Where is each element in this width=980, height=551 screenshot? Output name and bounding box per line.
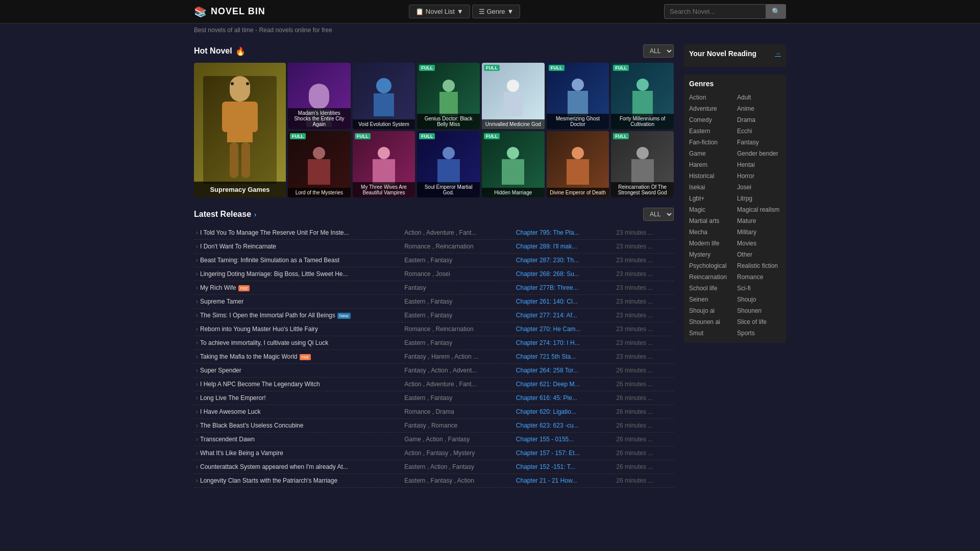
genre-item[interactable]: Mystery [689,250,733,259]
novel-title[interactable]: ›Long Live The Emperor! [194,391,402,405]
novel-title[interactable]: ›I Told You To Manage The Reserve Unit F… [194,226,402,240]
genre-item[interactable]: Mature [737,216,781,226]
genre-item[interactable]: Fantasy [737,138,781,147]
genre-item[interactable]: Josei [737,183,781,192]
novel-title[interactable]: ›Super Spender [194,364,402,378]
chapter-link[interactable]: Chapter 289: I'll mak... [514,240,614,254]
genre-item[interactable]: Shounen ai [689,317,733,327]
genre-item[interactable]: Psychological [689,261,733,270]
hot-novel-item[interactable]: FULL Genius Doctor: Black Belly Miss [417,63,480,129]
hot-novel-item[interactable]: FULL My Three Wives Are Beautiful Vampir… [353,131,415,197]
genre-item[interactable]: Adult [737,93,781,102]
novel-title[interactable]: ›Taking the Mafia to the Magic WorldHot [194,350,402,364]
chapter-link[interactable]: Chapter 274: 170: I H... [514,336,614,350]
genre-item[interactable]: Slice of life [737,317,781,327]
chapter-link[interactable]: Chapter 277: 214: Af... [514,309,614,322]
chapter-link[interactable]: Chapter 157 - 157: Et... [514,446,614,460]
hot-novel-item[interactable]: FULL Reincarnation Of The Strongest Swor… [611,131,674,197]
hot-novel-filter[interactable]: ALL [643,44,674,58]
genre-item[interactable]: Seinen [689,295,733,304]
novel-title[interactable]: ›Lingering Doting Marriage: Big Boss, Li… [194,267,402,281]
genre-item[interactable]: Martial arts [689,216,733,226]
genre-item[interactable]: Mecha [689,228,733,237]
genre-item[interactable]: Fan-fiction [689,138,733,147]
genre-item[interactable]: Shounen [737,306,781,315]
genre-item[interactable]: Movies [737,239,781,248]
novel-title[interactable]: ›Reborn into Young Master Huo's Little F… [194,322,402,336]
genre-item[interactable]: Realistic fiction [737,261,781,270]
novel-title[interactable]: ›The Sims: I Open the Immortal Path for … [194,309,402,322]
chapter-link[interactable]: Chapter 270: He Cam... [514,322,614,336]
hot-novel-item[interactable]: FULL Lord of the Mysteries [288,131,351,197]
genre-button[interactable]: ☰ Genre ▼ [472,5,521,18]
hot-novel-item[interactable]: FULL Unrivalled Medicine God [482,63,545,129]
novel-title[interactable]: ›I Don't Want To Reincarnate [194,240,402,254]
chapter-link[interactable]: Chapter 277B: Three... [514,281,614,295]
genre-item[interactable]: Other [737,250,781,259]
chapter-link[interactable]: Chapter 621: Deep M... [514,378,614,391]
novel-title[interactable]: ›I Have Awesome Luck [194,405,402,419]
hot-novel-item[interactable]: FULL Forty Millenniums of Cultivation [611,63,674,129]
genre-item[interactable]: Game [689,149,733,158]
chapter-link[interactable]: Chapter 623: 623 -cu... [514,419,614,433]
genre-item[interactable]: Eastern [689,127,733,136]
genre-item[interactable]: Anime [737,104,781,113]
genre-item[interactable]: Action [689,93,733,102]
chapter-link[interactable]: Chapter 261: 140: Cl... [514,295,614,309]
novel-list-button[interactable]: 📋 Novel List ▼ [409,5,470,18]
novel-title[interactable]: ›Transcendent Dawn [194,433,402,446]
chapter-link[interactable]: Chapter 616: 45: Ple... [514,391,614,405]
genre-item[interactable]: Romance [737,272,781,282]
genre-item[interactable]: Adventure [689,104,733,113]
genre-item[interactable]: Magical realism [737,205,781,214]
chapter-link[interactable]: Chapter 21 - 21 How... [514,474,614,488]
genre-item[interactable]: Gender bender [737,149,781,158]
chapter-link[interactable]: Chapter 721 5th Sta... [514,350,614,364]
latest-release-filter[interactable]: ALL [643,208,674,221]
hot-novel-item[interactable]: Madam's Identities Shocks the Entire Cit… [288,63,351,129]
hot-novel-item[interactable]: Void Evolution System [353,63,415,129]
genre-item[interactable]: Litrpg [737,194,781,203]
chapter-link[interactable]: Chapter 795: The Pla... [514,226,614,240]
genre-item[interactable]: Harem [689,160,733,169]
hot-novel-item[interactable]: FULL Hidden Marriage [482,131,545,197]
genre-item[interactable]: Sports [737,329,781,338]
chapter-link[interactable]: Chapter 268: 268: Su... [514,267,614,281]
genre-item[interactable]: Horror [737,171,781,181]
genre-item[interactable]: Reincarnation [689,272,733,282]
chapter-link[interactable]: Chapter 152 -151: T... [514,460,614,474]
genre-item[interactable]: Drama [737,115,781,124]
genre-item[interactable]: Magic [689,205,733,214]
novel-title[interactable]: ›Supreme Tamer [194,295,402,309]
chapter-link[interactable]: Chapter 264: 258 Tor... [514,364,614,378]
genre-item[interactable]: Shoujo ai [689,306,733,315]
hot-novel-item[interactable]: FULL Soul Emperor Martial God. [417,131,480,197]
genre-item[interactable]: School life [689,284,733,293]
genre-item[interactable]: Isekai [689,183,733,192]
novel-title[interactable]: ›Counterattack System appeared when I'm … [194,460,402,474]
novel-title[interactable]: ›The Black Beast's Useless Concubine [194,419,402,433]
novel-title[interactable]: ›I Help A NPC Become The Legendary Witch [194,378,402,391]
genre-item[interactable]: Ecchi [737,127,781,136]
genre-item[interactable]: Hentai [737,160,781,169]
genre-item[interactable]: Comedy [689,115,733,124]
novel-title[interactable]: ›My Rich WifeHot [194,281,402,295]
novel-title[interactable]: ›Longevity Clan Starts with the Patriarc… [194,474,402,488]
featured-novel[interactable]: Supremacy Games [194,63,286,197]
novel-title[interactable]: ›Beast Taming: Infinite Simulation as a … [194,254,402,267]
genre-item[interactable]: Lgbt+ [689,194,733,203]
chapter-link[interactable]: Chapter 620: Ligatio... [514,405,614,419]
novel-title[interactable]: ›To achieve immortality, I cultivate usi… [194,336,402,350]
novel-title[interactable]: ›What It's Like Being a Vampire [194,446,402,460]
genre-item[interactable]: Military [737,228,781,237]
hot-novel-item[interactable]: Divine Emperor of Death [547,131,609,197]
your-reading-link[interactable]: → [775,50,781,57]
genre-item[interactable]: Smut [689,329,733,338]
hot-novel-item[interactable]: FULL Mesmerizing Ghost Doctor [547,63,609,129]
search-input[interactable] [664,4,766,19]
search-button[interactable]: 🔍 [766,4,786,19]
genre-item[interactable]: Modern life [689,239,733,248]
genre-item[interactable]: Sci-fi [737,284,781,293]
chapter-link[interactable]: Chapter 155 - 0155... [514,433,614,446]
genre-item[interactable]: Historical [689,171,733,181]
